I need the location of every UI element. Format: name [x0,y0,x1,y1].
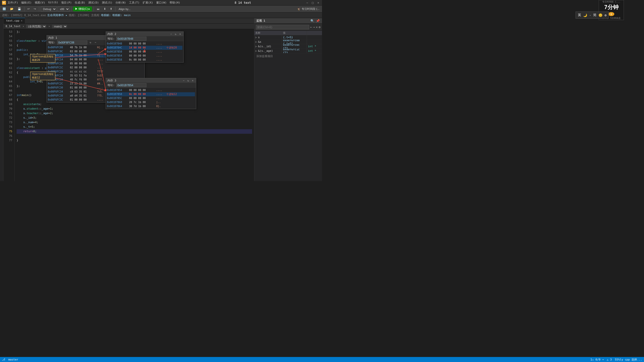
watch-panel: 监视 1 🔍 📌 ← → ✕ ⚙ 名称 值 ▷s {.t=5} [254,18,322,181]
mem1-options-btn[interactable]: ⋯ [94,41,97,44]
mem1-row-7[interactable]: 0x00F6FC24 35 63 51 fa 5cQ? [48,74,143,78]
mem2-minimize-btn[interactable]: − [169,32,173,36]
watch-pin-icon[interactable]: 📌 [315,19,320,23]
menu-build[interactable]: 生成(B) [75,1,85,5]
menu-git[interactable]: Git(G) [48,1,58,5]
mem3-row-0[interactable]: 0x001B7B54 00 00 00 00 .... [107,88,195,92]
watch-table-header: 名称 值 [254,31,322,35]
search-options-icon[interactable]: ⚙ [319,25,320,29]
mem1-ascii-3: .... [97,58,103,62]
mem2-row-0[interactable]: 0x001B7B48 00 00 00 00 .... [107,42,182,46]
watch-row-age-addr[interactable]: ▷&(s._age) 0x00f6fc1c {2} int * [254,49,322,53]
mem2-row-4[interactable]: 0x001B7B58 0c 00 00 00 .... [107,58,182,62]
mem2-refresh-btn[interactable]: ↻ [174,32,177,36]
ln-68: 68 [4,98,12,102]
code-line-77: } [17,138,252,143]
search-next-icon[interactable]: → [313,25,315,29]
memory-3-title-bar[interactable]: 内存 3 − ↻ × [106,78,196,83]
mem1-ascii-11: 7c5. [97,90,103,94]
new-file-button[interactable]: 🆕 [1,6,8,12]
add-watch-button[interactable]: 添加监视项目 [254,53,322,59]
step-over-button[interactable]: ⏭ [95,6,101,12]
continue-button[interactable]: ▶ 继续(C) ▸ [73,7,92,11]
expand-icon-age: ▷ [255,49,257,53]
app-icon: VC [2,1,6,5]
platform-select[interactable]: x86 [58,7,70,12]
watch-row-id-addr[interactable]: ▷&(s._id) 0x00f6fc0c {3} int * [254,44,322,49]
mem2-row-2[interactable]: 0x001B7B50 00 00 00 00 .... [107,50,182,54]
scope-selector[interactable]: (全局范围) [26,25,46,28]
tab-text-cpp[interactable]: text.cpp × [4,18,25,23]
mem2-close-btn[interactable]: × [178,32,182,36]
code-line-75: return 0; [17,129,252,134]
menu-test[interactable]: 测试(S) [102,1,112,5]
mem3-refresh-btn[interactable]: ↻ [186,79,190,82]
align-by-button[interactable]: Align by... [117,6,132,12]
step-out-button[interactable]: ⬆ [108,6,114,12]
memory-2-addr-input[interactable] [116,37,146,41]
mem2-addr-2: 0x001B7B50 [107,50,127,54]
undo-button[interactable]: ↩ [26,6,31,12]
watch-cell-type-s-addr [307,40,322,44]
memory-2-title-bar[interactable]: 内存 2 − ↻ × [106,32,183,36]
mem2-ascii-1: .... [156,46,162,50]
save-button[interactable]: 💾 [16,6,23,12]
watch-row-s[interactable]: ▷s {.t=5} [254,35,322,40]
mem3-row-2[interactable]: 0x001B7B5C 00 00 00 00 .... [107,96,195,100]
memory-3-title: 内存 3 [107,79,116,82]
ln-74: 74 [4,125,12,129]
menu-window[interactable]: 窗口(W) [156,1,167,5]
mem1-refresh-btn[interactable]: ↻ [89,41,92,44]
tab-close-button[interactable]: × [21,19,22,22]
memory-1-addr-label: 地址: [48,40,56,44]
watch-search-input[interactable] [256,25,309,29]
redo-button[interactable]: ↪ [32,6,37,12]
ln-65: 65 [4,84,12,88]
mem1-row-5[interactable]: 0x00F6FC1C 02 00 00 00 .... [48,66,143,70]
debug-config-select[interactable]: Debug [41,7,57,12]
menu-help[interactable]: 帮助(H) [170,1,180,5]
watch-col-type [307,31,322,35]
search-close-icon[interactable]: ✕ [316,25,318,29]
mem2-row-1[interactable]: 0x001B7B4C 14 00 00 00 .... 十进制20 [107,46,182,50]
mem3-addr-3: 0x001B7B60 [107,100,127,104]
mem3-row-4[interactable]: 0x001B7B64 30 7d 1b 00 0}. [107,104,195,108]
search-prev-icon[interactable]: ← [310,25,312,29]
mem3-bytes-3: 20 7c 1b 00 [129,100,154,104]
menu-project[interactable]: 项目(P) [61,1,72,5]
menu-view[interactable]: 视图(V) [35,1,45,5]
thread-dropdown[interactable]: 生命周期事件 ▸ [47,13,67,17]
watch-search-icon[interactable]: 🔍 [310,19,314,23]
menu-edit[interactable]: 编辑(E) [21,1,32,5]
sep4 [94,7,94,11]
menu-analyze[interactable]: 分析(N) [115,1,126,5]
mem3-row-3[interactable]: 0x001B7B60 20 7c 1b 00 |.. [107,100,195,104]
open-button[interactable]: 📂 [9,6,15,12]
menu-file[interactable]: 文件(F) [8,1,18,5]
mem2-row-3[interactable]: 0x001B7B54 00 00 00 00 .... [107,54,182,58]
mem3-ascii-4: 0}. [156,104,161,108]
memory-2-content: 0x001B7B48 00 00 00 00 .... 0x001B7B4C 1… [106,41,183,62]
memory-3-addr-input[interactable] [116,83,146,87]
ln-54: 54 [4,34,12,39]
mem3-close-btn[interactable]: × [191,79,194,82]
mem2-addr-0: 0x001B7B48 [107,42,127,46]
menu-extensions[interactable]: 扩展(X) [143,1,153,5]
menu-debug[interactable]: 调试(D) [88,1,99,5]
function-selector[interactable]: main() [52,25,67,28]
mem3-row-1[interactable]: 0x001B7B58 0c 00 00 00 .... 十进制12 [107,92,195,96]
maximize-button[interactable]: □ [311,1,314,5]
memory-window-2: 内存 2 − ↻ × 地址: 0x001B7B48 00 00 00 00 ..… [106,31,184,63]
mem1-row-6[interactable]: 0x00F6FC20 cc cc cc cc ???? [48,70,143,74]
menu-tools[interactable]: 工具(T) [129,1,140,5]
step-into-button[interactable]: ⬇ [102,6,107,12]
mem2-ascii-3: .... [156,54,162,58]
memory-1-addr-input[interactable] [57,40,87,44]
ln-70: 70 [4,107,12,111]
watch-cell-name-s: ▷s [254,35,282,39]
watch-row-s-addr[interactable]: ▷&s 0x00f6fc08 {.t=5} [254,40,322,44]
focus-timer-button[interactable]: 🦅 专注时间段 (... [296,6,321,12]
minimize-button[interactable]: − [305,1,309,5]
mem3-minimize-btn[interactable]: − [182,79,185,82]
close-button[interactable]: × [316,1,320,5]
